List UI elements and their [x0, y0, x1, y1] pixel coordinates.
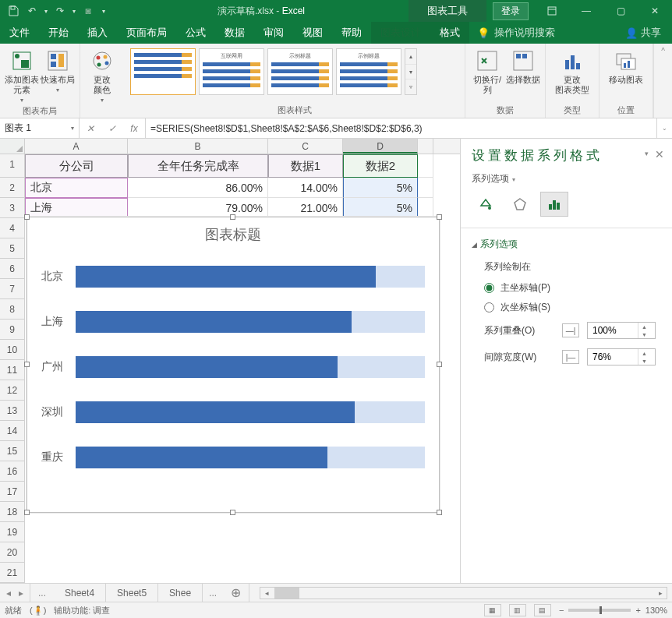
- maximize-icon[interactable]: ▢: [603, 0, 638, 22]
- row-header[interactable]: 3: [0, 198, 25, 218]
- quick-layout-button[interactable]: 快速布局 ▾: [41, 47, 75, 95]
- sheet-tab[interactable]: Sheet5: [106, 584, 158, 602]
- expand-formula-icon[interactable]: ⌄: [656, 118, 672, 138]
- row-header[interactable]: 11: [0, 360, 25, 380]
- select-all-corner[interactable]: [0, 139, 25, 154]
- row-header[interactable]: 15: [0, 441, 25, 461]
- col-header-c[interactable]: C: [268, 139, 343, 154]
- bar-fill[interactable]: [76, 401, 355, 423]
- formula-input[interactable]: =SERIES(Sheet8!$D$1,Sheet8!$A$2:$A$6,She…: [146, 118, 656, 138]
- save-icon[interactable]: [5, 2, 22, 19]
- cell[interactable]: 86.00%: [128, 178, 268, 198]
- gap-slider-icon[interactable]: |—: [562, 350, 579, 364]
- chevron-down-icon[interactable]: ▾: [42, 2, 50, 19]
- tab-home[interactable]: 开始: [39, 22, 78, 44]
- style-option-3[interactable]: 示例标题: [267, 48, 333, 95]
- overlap-spinner[interactable]: ▲▼: [587, 322, 656, 339]
- page-layout-view-icon[interactable]: ▥: [509, 604, 526, 616]
- cell[interactable]: 上海: [25, 198, 128, 218]
- row-header[interactable]: 8: [0, 299, 25, 320]
- cell[interactable]: 数据2: [343, 154, 418, 178]
- redo-icon[interactable]: ↷: [51, 2, 69, 19]
- gallery-scroll[interactable]: ▴▾▿: [405, 48, 417, 95]
- qat-customize-icon[interactable]: ▾: [98, 2, 109, 19]
- tab-data[interactable]: 数据: [215, 22, 254, 44]
- up-arrow-icon[interactable]: ▴: [405, 49, 416, 65]
- cell[interactable]: 21.00%: [268, 198, 343, 218]
- bar-track[interactable]: [76, 401, 425, 423]
- cell[interactable]: 79.00%: [128, 198, 268, 218]
- tab-file[interactable]: 文件: [0, 22, 39, 44]
- change-chart-type-button[interactable]: 更改 图表类型: [550, 47, 594, 95]
- spin-up-icon[interactable]: ▲: [638, 349, 650, 357]
- row-header[interactable]: 19: [0, 522, 25, 542]
- col-header-d[interactable]: D: [343, 139, 418, 154]
- row-header[interactable]: 16: [0, 461, 25, 482]
- minimize-icon[interactable]: —: [569, 0, 603, 22]
- chevron-down-icon[interactable]: ▾: [71, 125, 74, 132]
- embedded-chart[interactable]: 图表标题 北京上海广州深圳重庆: [27, 217, 440, 513]
- enter-formula-icon[interactable]: ✓: [101, 123, 123, 134]
- more-icon[interactable]: ▿: [405, 79, 416, 94]
- plot-area[interactable]: 北京上海广州深圳重庆: [27, 249, 439, 490]
- new-sheet-button[interactable]: ⊕: [223, 584, 249, 602]
- tab-help[interactable]: 帮助: [332, 22, 371, 44]
- tab-page-layout[interactable]: 页面布局: [117, 22, 176, 44]
- row-header[interactable]: 10: [0, 340, 25, 360]
- tab-scroll-more[interactable]: ...: [203, 584, 223, 602]
- page-break-view-icon[interactable]: ▤: [534, 604, 551, 616]
- row-header[interactable]: 21: [0, 563, 25, 583]
- gap-spinner[interactable]: ▲▼: [587, 348, 656, 366]
- spin-up-icon[interactable]: ▲: [638, 323, 650, 330]
- chart-title[interactable]: 图表标题: [27, 217, 439, 249]
- tab-scroll-more[interactable]: ...: [30, 584, 54, 602]
- tab-review[interactable]: 审阅: [254, 22, 293, 44]
- cell[interactable]: 5%: [343, 178, 418, 198]
- undo-icon[interactable]: ↶: [23, 2, 41, 19]
- bar-fill[interactable]: [76, 447, 327, 468]
- fill-icon[interactable]: [472, 192, 500, 217]
- pane-breadcrumb[interactable]: 系列选项▾: [472, 172, 661, 185]
- cell[interactable]: 北京: [25, 178, 128, 198]
- zoom-value[interactable]: 130%: [645, 606, 667, 615]
- tab-nav[interactable]: ◂▸: [0, 584, 30, 602]
- spin-down-icon[interactable]: ▼: [638, 357, 650, 365]
- signin-button[interactable]: 登录: [493, 2, 529, 20]
- sheet-tab[interactable]: Shee: [158, 584, 203, 602]
- section-series-options[interactable]: ◢系列选项: [472, 233, 661, 256]
- row-header[interactable]: 20: [0, 542, 25, 563]
- cell[interactable]: 数据1: [268, 154, 343, 178]
- row-header[interactable]: 6: [0, 259, 25, 279]
- row-header[interactable]: 2: [0, 178, 25, 198]
- select-data-button[interactable]: 选择数据: [506, 47, 540, 85]
- overlap-slider-icon[interactable]: —|: [562, 323, 579, 337]
- accessibility-icon[interactable]: (🧍): [30, 606, 46, 616]
- row-header[interactable]: 17: [0, 482, 25, 502]
- tell-me[interactable]: 💡 操作说明搜索: [469, 22, 563, 44]
- row-header[interactable]: 12: [0, 380, 25, 401]
- add-chart-element-button[interactable]: 添加图表 元素 ▾: [5, 47, 39, 105]
- row-header[interactable]: 4: [0, 218, 25, 238]
- cancel-formula-icon[interactable]: ✕: [80, 123, 101, 134]
- worksheet-area[interactable]: A B C D 1 分公司 全年任务完成率 数据1 数据2 2 北京 86.00…: [0, 139, 460, 583]
- close-pane-icon[interactable]: ✕: [655, 148, 664, 161]
- tab-chart-design[interactable]: 图表设计: [371, 22, 430, 44]
- bar-fill[interactable]: [76, 311, 352, 333]
- secondary-axis-radio[interactable]: 次坐标轴(S): [472, 298, 661, 317]
- row-header[interactable]: 7: [0, 279, 25, 299]
- style-option-4[interactable]: 示例标题: [336, 48, 401, 95]
- cell[interactable]: 14.00%: [268, 178, 343, 198]
- row-header[interactable]: 9: [0, 320, 25, 340]
- close-icon[interactable]: ✕: [638, 0, 672, 22]
- bar-fill[interactable]: [76, 356, 338, 378]
- cell[interactable]: 分公司: [25, 154, 128, 178]
- bar-track[interactable]: [76, 266, 425, 288]
- gap-input[interactable]: [588, 349, 638, 365]
- chevron-down-icon[interactable]: ▾: [70, 2, 78, 19]
- fx-icon[interactable]: fx: [123, 123, 145, 134]
- zoom-out-icon[interactable]: −: [559, 606, 564, 615]
- tab-insert[interactable]: 插入: [78, 22, 117, 44]
- col-header-a[interactable]: A: [25, 139, 128, 154]
- bar-track[interactable]: [76, 356, 425, 378]
- pane-options-icon[interactable]: ▾: [645, 150, 649, 157]
